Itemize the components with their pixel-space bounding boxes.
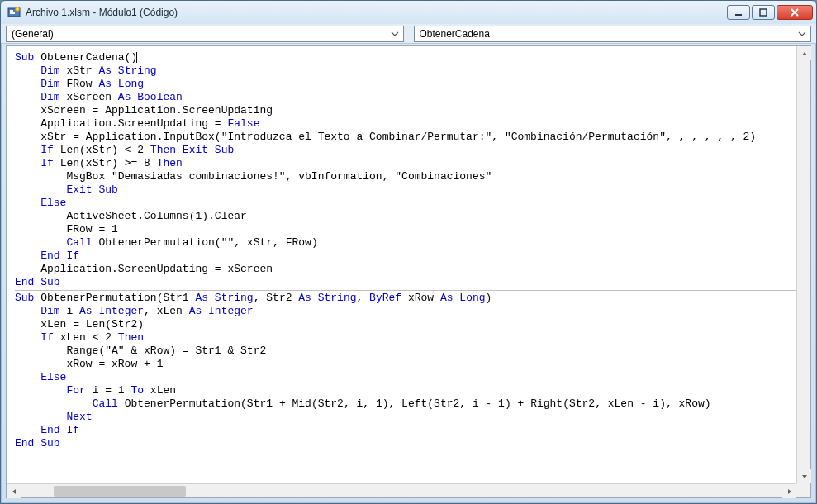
svg-point-3 — [16, 7, 20, 12]
scroll-right-button[interactable] — [782, 484, 796, 498]
minimize-button[interactable] — [727, 5, 750, 20]
object-dropdown-value: (General) — [12, 28, 390, 40]
object-proc-bar: (General) ObtenerCadena — [1, 24, 816, 44]
chevron-down-icon — [797, 31, 807, 36]
window-controls — [727, 5, 813, 20]
v-scroll-track[interactable] — [797, 60, 810, 469]
app-icon — [7, 6, 21, 19]
procedure-dropdown-value: ObtenerCadena — [420, 28, 798, 40]
h-scroll-track[interactable] — [21, 484, 782, 497]
scroll-up-button[interactable] — [797, 46, 811, 60]
code-editor[interactable]: Sub ObtenerCadena() Dim xStr As String D… — [7, 46, 810, 497]
scroll-down-button[interactable] — [797, 469, 811, 483]
svg-rect-5 — [760, 9, 767, 16]
vertical-scrollbar[interactable] — [796, 46, 810, 483]
code-pane: Sub ObtenerCadena() Dim xStr As String D… — [6, 45, 811, 498]
window-title: Archivo 1.xlsm - Módulo1 (Código) — [26, 7, 727, 18]
h-scroll-thumb[interactable] — [54, 486, 186, 497]
titlebar[interactable]: Archivo 1.xlsm - Módulo1 (Código) — [1, 1, 816, 24]
vbe-window: Archivo 1.xlsm - Módulo1 (Código) (Gener… — [0, 0, 817, 504]
scroll-left-button[interactable] — [7, 484, 21, 498]
object-dropdown[interactable]: (General) — [6, 26, 404, 42]
close-button[interactable] — [777, 5, 813, 20]
scroll-corner — [796, 483, 810, 497]
chevron-down-icon — [390, 31, 400, 36]
procedure-dropdown[interactable]: ObtenerCadena — [414, 26, 812, 42]
maximize-button[interactable] — [752, 5, 775, 20]
svg-rect-2 — [10, 12, 15, 14]
horizontal-scrollbar[interactable] — [7, 483, 796, 497]
svg-rect-1 — [10, 10, 13, 12]
